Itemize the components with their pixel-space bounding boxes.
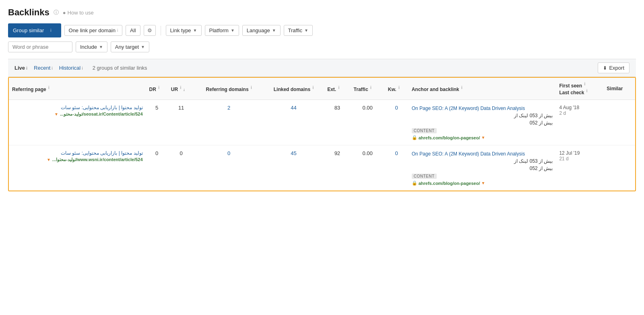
ur-cell-2: 0 [168,145,195,191]
anchor-info[interactable]: i [461,85,462,90]
th-dr: DR i [146,78,168,100]
dr-info[interactable]: i [158,85,159,90]
anchor-url-arrow-2[interactable]: ▼ [481,181,485,185]
th-anchor-backlink: Anchor and backlink i [409,78,556,100]
one-link-per-domain-button[interactable]: One link per domain i [64,25,123,36]
all-button[interactable]: All [126,25,140,36]
anchor-url-1[interactable]: 🔒 ahrefs.com/blog/on-pageseo/ ▼ [412,135,553,140]
th-linked-domains: Linked domains i [263,78,324,100]
ur-sort-icon[interactable]: ↓ [183,87,185,92]
export-button[interactable]: ⬇ Export [598,62,630,73]
live-info-icon: i [26,66,27,70]
page-url-1[interactable]: seosat.ir/Content/article/524/تولید-محتو… [12,112,143,117]
ur-info[interactable]: i [180,85,182,90]
group-similar-info: i [45,26,56,35]
th-ext: Ext. i [324,78,350,100]
language-dropdown[interactable]: Language ▼ [242,25,281,36]
similar-cell-1 [603,100,635,145]
language-arrow-icon: ▼ [272,28,276,33]
th-kw: Kw. i [385,78,409,100]
similar-cell-2 [603,145,635,191]
traffic-info[interactable]: i [370,85,372,90]
last-check-1: 2 d [559,110,600,116]
ld-cell-2[interactable]: 45 [263,145,324,191]
anchor-link-2[interactable]: On Page SEO: A (2M Keyword) Data Driven … [412,150,553,172]
traffic-cell-2: 0.00 [351,145,385,191]
dr-cell-1: 5 [146,100,168,145]
rd-cell-2[interactable]: 0 [194,145,263,191]
historical-info-icon: i [82,66,83,70]
firstseen-info[interactable]: i [584,82,585,86]
first-seen-2: 12 Jul '19 [559,150,600,156]
table-row: تولید محتوا | بازاریابی محتوایی: سئو سات… [9,100,635,145]
table-row: تولید محتوا | بازاریابی محتوایی: سئو سات… [9,145,635,191]
last-check-2: 21 d [559,156,600,162]
settings-button[interactable]: ⚙ [144,25,156,36]
backlinks-info-icon[interactable]: ⓘ [54,9,59,16]
groups-description: 2 groups of similar links [93,65,147,71]
toolbar-row1: Group similar i One link per domain i Al… [8,23,636,37]
first-seen-1: 4 Aug '18 [559,105,600,110]
lastcheck-info[interactable]: i [586,89,588,93]
anchor-cell-1: On Page SEO: A (2M Keyword) Data Driven … [409,100,556,145]
date-cell-2: 12 Jul '19 21 d [556,145,603,191]
anchor-url-arrow-1[interactable]: ▼ [481,135,485,140]
traffic-dropdown[interactable]: Traffic ▼ [284,25,313,36]
include-dropdown[interactable]: Include ▼ [76,41,107,52]
content-badge-2: CONTENT [412,174,437,179]
tab-recent[interactable]: Recent i [34,64,53,72]
anchor-link-1[interactable]: On Page SEO: A (2M Keyword) Data Driven … [412,105,553,126]
ext-cell-2: 92 [324,145,350,191]
platform-dropdown[interactable]: Platform ▼ [205,25,239,36]
url-expand-icon-2[interactable]: ▼ [47,158,51,162]
anchor-url-2[interactable]: 🔒 ahrefs.com/blog/on-pageseo/ ▼ [412,180,553,186]
one-link-info: i [117,28,118,33]
referring-page-cell-1: تولید محتوا | بازاریابی محتوایی: سئو سات… [9,100,146,145]
content-badge-1: CONTENT [412,128,437,133]
kw-cell-2[interactable]: 0 [385,145,409,191]
ext-info[interactable]: i [338,85,339,90]
platform-arrow-icon: ▼ [231,28,235,33]
any-target-arrow-icon: ▼ [141,45,145,49]
kw-cell-1[interactable]: 0 [385,100,409,145]
date-cell-1: 4 Aug '18 2 d [556,100,603,145]
page-url-2[interactable]: www.wsni.ir/content/article/524/تولید-مح… [12,157,143,162]
th-referring-domains: Referring domains i [194,78,263,100]
recent-info-icon: i [52,66,52,70]
word-phrase-input[interactable] [8,41,72,52]
group-similar-button[interactable]: Group similar i [8,23,61,37]
page-title: Backlinks [8,7,50,18]
backlinks-table: Referring page i DR i UR i ↓ Referring d… [9,78,635,191]
page-title-1[interactable]: تولید محتوا | بازاریابی محتوایی: سئو سات [12,105,143,110]
referring-page-info[interactable]: i [48,85,50,90]
ur-cell-1: 11 [168,100,195,145]
link-type-dropdown[interactable]: Link type ▼ [166,25,202,36]
ld-info[interactable]: i [312,85,314,90]
backlinks-table-container: Referring page i DR i UR i ↓ Referring d… [8,77,636,191]
th-ur: UR i ↓ [168,78,195,100]
ld-cell-1[interactable]: 44 [263,100,324,145]
lock-icon-1: 🔒 [412,135,417,140]
export-icon: ⬇ [603,65,607,71]
question-mark-icon: ● [63,10,66,16]
rd-info[interactable]: i [251,85,252,90]
include-arrow-icon: ▼ [99,45,103,49]
how-to-use-link[interactable]: ● How to use [63,10,94,16]
rd-cell-1[interactable]: 2 [194,100,263,145]
toolbar-divider [161,26,161,35]
th-referring-page: Referring page i [9,78,146,100]
url-expand-icon-1[interactable]: ▼ [54,112,58,116]
tab-historical[interactable]: Historical i [59,64,83,72]
traffic-cell-1: 0.00 [351,100,385,145]
kw-info[interactable]: i [398,85,400,90]
tab-live[interactable]: Live i [14,64,27,72]
page-title-2[interactable]: تولید محتوا | بازاریابی محتوایی: سئو سات [12,150,143,156]
tabs-row: Live i Recent i Historical i 2 groups of… [8,59,636,77]
traffic-arrow-icon: ▼ [304,28,308,33]
referring-page-cell-2: تولید محتوا | بازاریابی محتوایی: سئو سات… [9,145,146,191]
ext-cell-1: 83 [324,100,350,145]
link-type-arrow-icon: ▼ [193,28,197,33]
any-target-dropdown[interactable]: Any target ▼ [111,41,149,52]
dr-cell-2: 0 [146,145,168,191]
anchor-cell-2: On Page SEO: A (2M Keyword) Data Driven … [409,145,556,191]
